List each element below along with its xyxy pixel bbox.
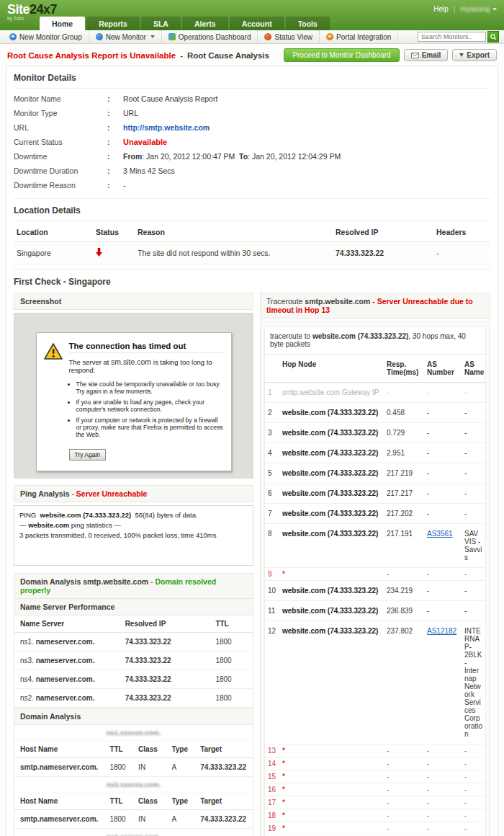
column-header: Type <box>166 741 194 758</box>
page-title: Root Cause Analysis <box>187 51 269 60</box>
traceroute-row: 11website.com (74.333.323.22)236.839-- <box>265 601 485 621</box>
ping-analysis-label: Ping Analysis - Server Unreachable <box>14 485 253 502</box>
as-number-link[interactable]: AS12182 <box>427 627 456 635</box>
column-header: Host Name <box>14 793 104 810</box>
email-icon <box>411 53 419 58</box>
name-server-performance-table: Name Server Resolved IP TTL ns1. nameser… <box>14 615 253 708</box>
traceroute-table: Hop Node Resp. Time(ms) AS Number AS Nam… <box>265 355 485 836</box>
user-menu[interactable]: myasuraj <box>460 5 497 13</box>
title-separator: - <box>180 51 183 60</box>
name-server-performance-heading: Name Server Performance <box>14 599 253 615</box>
traceroute-label: Traceroute smtp.website.com - Server Unr… <box>260 293 490 319</box>
traceroute-row: 7website.com (74.333.323.22)217.202-- <box>265 504 485 524</box>
reason-cell: The site did not respond within 30 secs. <box>135 242 333 264</box>
column-header: Host Name <box>14 741 104 758</box>
downtime-row: Downtime : From: Jan 20, 2012 12:00:47 P… <box>14 149 490 164</box>
toolbar: + New Monitor Group New Monitor Operatio… <box>0 30 504 44</box>
location-cell: Singapore <box>14 242 93 264</box>
traceroute-row: 5website.com (74.333.323.22)217.219-- <box>265 463 485 484</box>
list-item: If your computer or network is protected… <box>76 417 224 438</box>
traceroute-row: 14*--- <box>265 757 485 770</box>
list-item: The site could be temporarily unavailabl… <box>76 381 224 395</box>
error-bullet-list: The site could be temporarily unavailabl… <box>76 381 224 438</box>
domain-header-row: Host NameTTLClassTypeTarget <box>14 741 253 758</box>
traceroute-row: 4website.com (74.333.323.22)2.951-- <box>265 443 485 463</box>
new-monitor-group-button[interactable]: + New Monitor Group <box>3 30 89 43</box>
downtime-duration-row: Downtime Duration : 3 Mins 42 Secs <box>14 164 490 178</box>
domain-header-row: Host NameTTLClassTypeTarget <box>14 793 253 810</box>
traceroute-row: 2website.com (74.333.323.22)0.458-- <box>265 403 485 423</box>
location-row: Singapore The site did not respond withi… <box>14 242 490 264</box>
column-header: Class <box>132 793 166 810</box>
ns-header-row: Name Server Resolved IP TTL <box>14 615 253 633</box>
help-link[interactable]: Help <box>433 5 449 13</box>
chevron-down-icon <box>150 35 155 38</box>
chevron-down-icon <box>492 8 497 11</box>
search-button[interactable] <box>487 31 499 43</box>
operations-dashboard-icon <box>168 33 176 40</box>
column-header: TTL <box>104 741 132 758</box>
tab-tools[interactable]: Tools <box>286 17 330 30</box>
tab-reports[interactable]: Reports <box>86 17 140 30</box>
status-badge: Unavailable <box>123 138 167 146</box>
traceroute-panel: traceroute to website.com (74.333.323.22… <box>260 321 490 836</box>
monitor-url-link[interactable]: http://smtp.website.com <box>123 123 210 132</box>
username-text: myasuraj <box>460 5 490 13</box>
table-row: smtp.nameserver.com.1800INA74.333.323.22 <box>14 810 253 829</box>
header-divider: | <box>454 5 456 13</box>
downtime-reason-row: Downtime Reason : - <box>14 178 490 192</box>
list-item: If you are unable to load any pages, che… <box>76 399 224 413</box>
search-input[interactable] <box>418 32 486 42</box>
report-card: Monitor Details Monitor Name : Root Caus… <box>6 66 498 836</box>
traceroute-row: 9*--- <box>265 568 485 581</box>
new-monitor-button[interactable]: New Monitor <box>89 30 162 43</box>
domain-analysis-subheading: Domain Analysis <box>14 708 253 725</box>
tab-home[interactable]: Home <box>40 17 85 30</box>
try-again-button[interactable]: Try Again <box>69 449 107 461</box>
screenshot-label: Screenshot <box>14 293 253 310</box>
location-header-row: Location Status Reason Resolved IP Heade… <box>14 223 490 242</box>
column-header: Target <box>194 793 253 810</box>
column-header: Target <box>194 741 253 758</box>
tab-account[interactable]: Account <box>230 17 284 30</box>
location-details-heading: Location Details <box>14 199 490 221</box>
error-title: The connection has timed out <box>69 342 224 353</box>
column-header: Type <box>166 793 194 810</box>
top-header: Site24x7 by Zoho Help | myasuraj Home Re… <box>0 0 504 30</box>
traceroute-row: 8website.com (74.333.323.22)217.191AS356… <box>265 524 485 568</box>
table-row: ns4. nameserver.com.74.333.323.221800 <box>14 670 253 689</box>
report-status-text: Root Cause Analysis Report is Unavailabl… <box>7 51 176 60</box>
portal-integration-button[interactable]: + Portal Integration <box>320 30 398 43</box>
browser-error-card: The connection has timed out The server … <box>36 332 232 471</box>
export-button[interactable]: Export <box>452 49 497 61</box>
headers-cell: - <box>433 242 490 264</box>
column-header: TTL <box>104 793 132 810</box>
table-row: ns1. nameserver.com.74.333.323.221800 <box>14 633 253 652</box>
status-view-button[interactable]: Status View <box>258 30 320 43</box>
proceed-to-monitor-dashboard-button[interactable]: Proceed to Monitor Dashboard <box>284 48 399 62</box>
status-cell <box>93 242 135 264</box>
blurred-nameserver-label: ns1.xxxxxx.com. <box>14 725 253 741</box>
email-button[interactable]: Email <box>404 49 449 61</box>
table-row: smtp.nameserver.com.1800INA74.333.323.22 <box>14 758 253 777</box>
traceroute-summary: traceroute to website.com (74.333.323.22… <box>265 326 485 355</box>
resolved-ip-cell: 74.333.323.22 <box>333 242 433 264</box>
operations-dashboard-button[interactable]: Operations Dashboard <box>162 30 258 43</box>
traceroute-row: 19*--- <box>265 822 485 835</box>
traceroute-row: 1smtp.website.com Gateway IP--- <box>265 383 485 403</box>
error-host: sm.site.com <box>111 357 151 366</box>
domain-analysis-label: Domain Analysis smtp.website.com - Domai… <box>14 573 253 599</box>
tab-alerts[interactable]: Alerts <box>182 17 228 30</box>
blurred-nameserver-label: ns4.xxxxxx.com. <box>14 829 253 836</box>
logo-text: Site <box>7 2 30 17</box>
traceroute-row: 10website.com (74.333.323.22)234.219-- <box>265 581 485 601</box>
new-monitor-icon <box>96 33 103 40</box>
monitor-name-row: Monitor Name : Root Cause Analysis Repor… <box>14 92 490 106</box>
search-icon <box>490 34 497 40</box>
portal-integration-icon: + <box>326 33 333 40</box>
domain-analysis-groups: ns1.xxxxxx.com.Host NameTTLClassTypeTarg… <box>14 725 253 836</box>
as-number-link[interactable]: AS3561 <box>427 530 453 538</box>
monitor-type-row: Monitor Type : URL <box>14 106 490 120</box>
monitor-details-heading: Monitor Details <box>14 66 490 89</box>
tab-sla[interactable]: SLA <box>141 17 181 30</box>
